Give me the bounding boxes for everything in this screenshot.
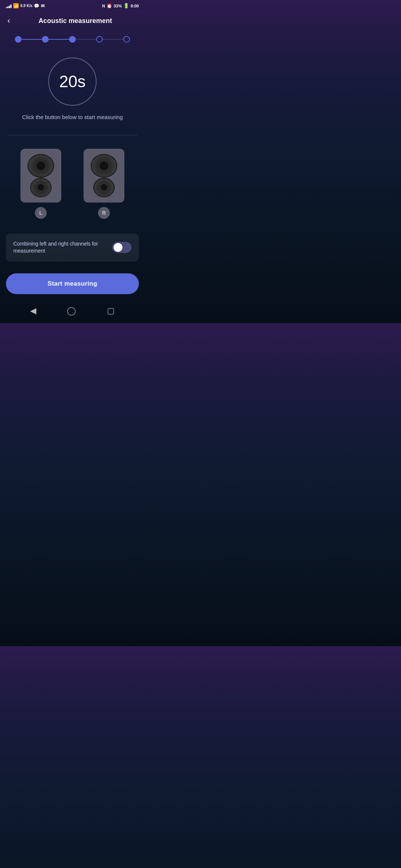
back-button[interactable]: ‹ [6, 14, 12, 27]
start-btn-wrap: Start measuring [0, 269, 145, 300]
step-line-4 [103, 39, 123, 40]
right-woofer [93, 178, 115, 197]
n-icon: N [102, 4, 105, 8]
speed-text: 6.9 K/s [20, 4, 32, 8]
timer-instruction: Click the button below to start measurin… [22, 113, 123, 122]
start-measuring-button[interactable]: Start measuring [6, 273, 139, 294]
time-display: 8:00 [131, 4, 139, 8]
step-2 [42, 36, 49, 43]
right-tweeter [91, 154, 117, 178]
combine-text: Combining left and right channels for me… [13, 240, 106, 255]
wifi-icon: 📶 [13, 3, 19, 9]
status-left: 📶 6.9 K/s 💬 ✉ [6, 3, 45, 9]
right-speaker-label: R [98, 207, 110, 219]
status-bar: 📶 6.9 K/s 💬 ✉ N ⏰ 33% 🔋 8:00 [0, 0, 145, 10]
step-4 [96, 36, 103, 43]
right-woofer-inner [100, 183, 108, 191]
left-woofer [30, 178, 52, 197]
page-title: Acoustic measurement [12, 17, 139, 25]
recents-nav-icon[interactable]: ▢ [107, 306, 115, 316]
progress-steps [0, 33, 145, 52]
status-right: N ⏰ 33% 🔋 8:00 [102, 3, 139, 9]
divider [7, 135, 137, 135]
step-5 [123, 36, 130, 43]
bottom-nav: ◀ ◯ ▢ [0, 302, 145, 323]
step-1 [15, 36, 22, 43]
timer-value: 20s [59, 72, 86, 91]
step-line-3 [76, 39, 96, 40]
step-line-2 [49, 39, 69, 40]
alarm-icon: ⏰ [107, 3, 112, 9]
signal-icon [6, 4, 12, 8]
left-speaker-box [20, 149, 61, 203]
timer-circle: 20s [48, 57, 97, 106]
toggle-thumb [114, 243, 123, 252]
mail-icon: ✉ [41, 3, 45, 9]
step-3 [69, 36, 76, 43]
timer-section: 20s Click the button below to start meas… [0, 52, 145, 129]
speakers-section: L R [0, 141, 145, 226]
right-speaker: R [84, 149, 124, 219]
battery-text: 33% [114, 4, 122, 8]
left-woofer-inner [37, 183, 45, 191]
header: ‹ Acoustic measurement [0, 10, 145, 33]
combine-toggle[interactable] [112, 242, 131, 253]
left-tweeter [27, 154, 54, 178]
right-speaker-box [84, 149, 124, 203]
battery-icon: 🔋 [123, 3, 129, 9]
combine-section: Combining left and right channels for me… [6, 234, 139, 262]
msg-icon: 💬 [34, 3, 39, 9]
step-line-1 [22, 39, 42, 40]
back-nav-icon[interactable]: ◀ [30, 306, 36, 316]
toggle-track [112, 242, 131, 253]
left-speaker: L [20, 149, 61, 219]
right-tweeter-inner [99, 161, 109, 171]
left-tweeter-inner [36, 161, 46, 171]
left-speaker-label: L [35, 207, 47, 219]
home-nav-icon[interactable]: ◯ [67, 306, 76, 316]
